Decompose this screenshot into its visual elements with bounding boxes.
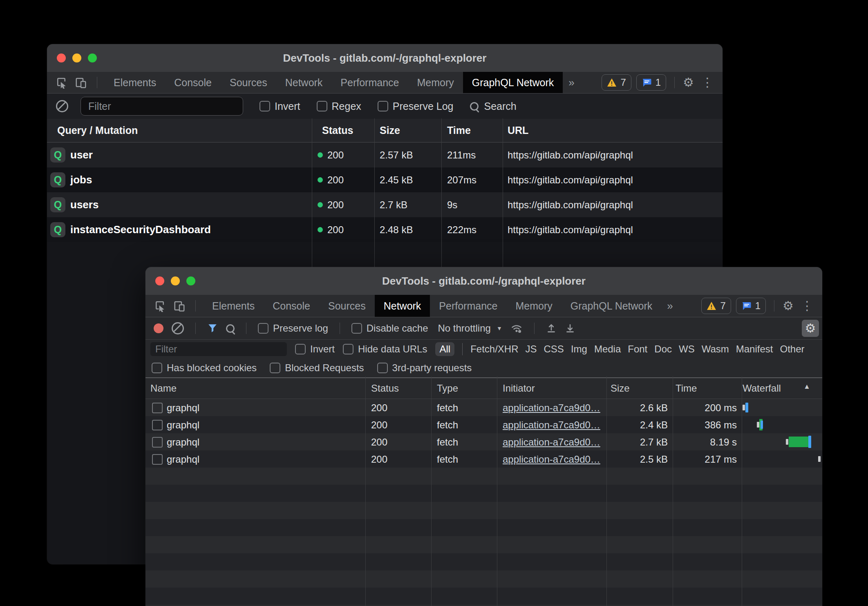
type-filter-img[interactable]: Img (571, 343, 587, 355)
initiator-link[interactable]: application-a7ca9d0… (503, 402, 600, 414)
search-icon[interactable] (226, 324, 235, 333)
column-divider[interactable] (673, 377, 673, 606)
table-row[interactable]: graphql 200 fetch application-a7ca9d0… 2… (145, 399, 822, 416)
type-filter-fetch-xhr[interactable]: Fetch/XHR (470, 343, 518, 355)
messages-badge[interactable]: 1 (636, 74, 666, 91)
column-divider[interactable] (606, 377, 607, 606)
column-divider[interactable] (365, 377, 366, 606)
device-toolbar-icon[interactable] (74, 76, 88, 89)
type-filter-all[interactable]: All (435, 342, 454, 356)
invert-checkbox[interactable]: Invert (260, 100, 300, 112)
column-header-type[interactable]: Type (437, 383, 458, 394)
more-tabs-icon[interactable]: » (563, 72, 580, 93)
regex-checkbox-box[interactable] (317, 101, 327, 111)
type-filter-media[interactable]: Media (594, 343, 621, 355)
settings-gear-icon[interactable]: ⚙ (783, 300, 794, 312)
minimize-button[interactable] (171, 276, 180, 285)
column-divider[interactable] (742, 377, 742, 606)
preserve-log-checkbox[interactable]: Preserve Log (378, 100, 454, 112)
network-conditions-icon[interactable] (510, 323, 523, 334)
tab-network[interactable]: Network (375, 295, 430, 317)
column-header-url[interactable]: URL (508, 125, 528, 136)
preserve-log-checkbox-box[interactable] (378, 101, 388, 111)
hide-data-urls-checkbox-box[interactable] (343, 344, 353, 354)
disable-cache-checkbox-box[interactable] (351, 323, 362, 334)
tab-graphql-network[interactable]: GraphQL Network (562, 295, 662, 317)
throttling-select[interactable]: No throttling (438, 323, 490, 334)
column-header-status[interactable]: Status (322, 125, 353, 136)
preserve-log-checkbox[interactable]: Preserve log (258, 323, 328, 334)
settings-gear-icon[interactable]: ⚙ (683, 76, 694, 89)
invert-checkbox-box[interactable] (295, 344, 306, 354)
zoom-button[interactable] (186, 276, 195, 285)
tab-console[interactable]: Console (165, 72, 221, 93)
tab-graphql-network[interactable]: GraphQL Network (463, 72, 563, 93)
messages-badge[interactable]: 1 (736, 298, 766, 314)
column-header-time[interactable]: Time (447, 125, 471, 136)
export-har-icon[interactable] (565, 323, 575, 334)
column-divider[interactable] (497, 377, 497, 606)
kebab-menu-icon[interactable]: ⋮ (799, 300, 816, 312)
column-header-waterfall[interactable]: Waterfall (743, 383, 781, 394)
type-filter-doc[interactable]: Doc (654, 343, 672, 355)
type-filter-manifest[interactable]: Manifest (736, 343, 773, 355)
tab-network[interactable]: Network (276, 72, 332, 93)
blocked-requests-checkbox-box[interactable] (270, 363, 280, 373)
table-row[interactable]: Q users 200 2.7 kB 9s https://gitlab.com… (47, 192, 723, 217)
tab-performance[interactable]: Performance (331, 72, 408, 93)
title-bar[interactable]: DevTools - gitlab.com/-/graphql-explorer (47, 44, 723, 72)
type-filter-ws[interactable]: WS (679, 343, 695, 355)
row-checkbox[interactable] (152, 403, 163, 413)
regex-checkbox[interactable]: Regex (317, 100, 361, 112)
tab-performance[interactable]: Performance (430, 295, 506, 317)
tab-memory[interactable]: Memory (506, 295, 561, 317)
sort-ascending-icon[interactable]: ▲ (803, 383, 810, 391)
column-header-query-mutation[interactable]: Query / Mutation (57, 125, 138, 136)
more-tabs-icon[interactable]: » (661, 295, 678, 317)
invert-checkbox[interactable]: Invert (295, 343, 335, 355)
tab-memory[interactable]: Memory (408, 72, 463, 93)
title-bar[interactable]: DevTools - gitlab.com/-/graphql-explorer (145, 267, 822, 295)
third-party-requests-checkbox-box[interactable] (377, 363, 388, 373)
invert-checkbox-box[interactable] (260, 101, 270, 111)
device-toolbar-icon[interactable] (172, 299, 186, 313)
network-settings-button[interactable]: ⚙ (802, 320, 819, 337)
network-filter-input[interactable] (150, 342, 287, 356)
type-filter-other[interactable]: Other (780, 343, 804, 355)
hide-data-urls-checkbox[interactable]: Hide data URLs (343, 343, 427, 355)
tab-elements[interactable]: Elements (203, 295, 264, 317)
row-checkbox[interactable] (152, 454, 163, 465)
column-header-status[interactable]: Status (371, 383, 399, 394)
column-header-time[interactable]: Time (676, 383, 697, 394)
tab-elements[interactable]: Elements (105, 72, 165, 93)
column-header-initiator[interactable]: Initiator (503, 383, 535, 394)
initiator-link[interactable]: application-a7ca9d0… (503, 437, 600, 448)
close-button[interactable] (57, 53, 66, 62)
preserve-log-checkbox-box[interactable] (258, 323, 268, 334)
search-control[interactable]: Search (470, 100, 517, 112)
row-checkbox[interactable] (152, 420, 163, 430)
tab-sources[interactable]: Sources (221, 72, 276, 93)
tab-console[interactable]: Console (264, 295, 319, 317)
inspect-element-icon[interactable] (153, 299, 167, 313)
column-header-size[interactable]: Size (611, 383, 630, 394)
has-blocked-cookies-checkbox-box[interactable] (152, 363, 162, 373)
type-filter-js[interactable]: JS (526, 343, 537, 355)
column-header-size[interactable]: Size (380, 125, 400, 136)
type-filter-wasm[interactable]: Wasm (702, 343, 729, 355)
minimize-button[interactable] (72, 53, 81, 62)
warnings-badge[interactable]: 7 (602, 74, 631, 91)
clear-network-log-icon[interactable] (172, 322, 184, 334)
close-button[interactable] (155, 276, 164, 285)
graphql-filter-input[interactable] (81, 97, 243, 116)
record-button[interactable] (154, 323, 163, 333)
initiator-link[interactable]: application-a7ca9d0… (503, 419, 600, 431)
kebab-menu-icon[interactable]: ⋮ (699, 76, 716, 89)
table-row[interactable]: Q instanceSecurityDashboard 200 2.48 kB … (47, 217, 723, 242)
row-checkbox[interactable] (152, 437, 163, 448)
tab-sources[interactable]: Sources (319, 295, 375, 317)
column-divider[interactable] (431, 377, 432, 606)
disable-cache-checkbox[interactable]: Disable cache (351, 323, 428, 334)
table-row[interactable]: graphql 200 fetch application-a7ca9d0… 2… (145, 416, 822, 433)
column-header-name[interactable]: Name (150, 383, 177, 394)
